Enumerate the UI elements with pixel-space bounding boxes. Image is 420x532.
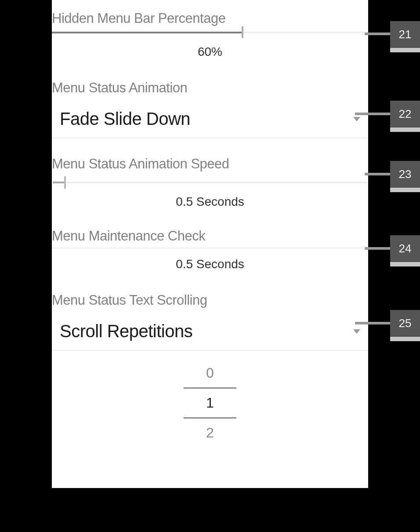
text-scrolling-value: Scroll Repetitions xyxy=(60,321,192,341)
picker-prev: 0 xyxy=(206,359,214,387)
hidden-menu-bar-value: 60% xyxy=(52,45,368,59)
scroll-repetitions-picker[interactable]: 0 1 2 xyxy=(52,359,368,447)
badge-23: 23 xyxy=(390,161,420,188)
animation-speed-slider[interactable] xyxy=(52,176,368,189)
chevron-down-icon xyxy=(353,117,360,121)
chevron-down-icon xyxy=(353,329,360,334)
maintenance-check-label: Menu Maintenance Check xyxy=(52,228,368,244)
status-animation-value: Fade Slide Down xyxy=(60,109,190,129)
picker-next: 2 xyxy=(206,419,214,447)
hidden-menu-bar-label: Hidden Menu Bar Percentage xyxy=(52,11,368,26)
picker-current: 1 xyxy=(206,389,214,417)
hidden-menu-bar-slider[interactable] xyxy=(52,29,368,40)
settings-panel: Hidden Menu Bar Percentage 60% Menu Stat… xyxy=(52,0,368,488)
status-animation-label: Menu Status Animation xyxy=(52,80,368,96)
badge-22: 22 xyxy=(390,101,420,128)
text-scrolling-dropdown[interactable]: Scroll Repetitions xyxy=(52,312,368,351)
badge-25: 25 xyxy=(390,310,420,337)
badge-24: 24 xyxy=(390,235,420,262)
maintenance-check-value: 0.5 Seconds xyxy=(52,257,368,271)
animation-speed-label: Menu Status Animation Speed xyxy=(52,156,368,172)
badge-21: 21 xyxy=(390,21,420,48)
status-animation-dropdown[interactable]: Fade Slide Down xyxy=(52,99,368,138)
animation-speed-value: 0.5 Seconds xyxy=(52,195,368,209)
text-scrolling-label: Menu Status Text Scrolling xyxy=(52,292,368,308)
